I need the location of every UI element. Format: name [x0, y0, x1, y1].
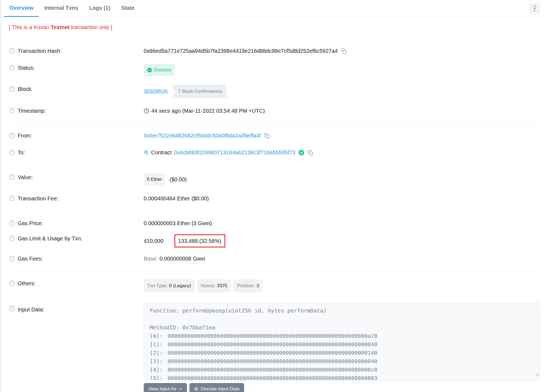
svg-text:?: ? [11, 49, 13, 53]
word-index: [1]: [150, 340, 168, 349]
section-divider [9, 38, 540, 39]
tab-overview[interactable]: Overview [4, 0, 39, 17]
scrollbar[interactable] [537, 303, 537, 379]
timestamp-value: 44 secs ago (Mar-11-2022 03:54:48 PM +UT… [151, 107, 265, 115]
base-fee-label: Base: [144, 255, 158, 263]
row-from: ? From: 0xfee7522e8482682cf50ddc50a0f8da… [9, 127, 540, 144]
row-gas-limit-usage: ? Gas Limit & Usage by Txn: 410,000 | 13… [9, 232, 540, 250]
svg-text:?: ? [11, 134, 13, 137]
tab-state[interactable]: State [116, 0, 140, 17]
row-transaction-fee: ? Transaction Fee: 0.000400464 Ether ($0… [9, 190, 540, 207]
row-label: Value: [18, 173, 33, 181]
section-divider [9, 271, 540, 271]
status-text: Success [154, 66, 171, 74]
warning-text: [ This is a Kovan [9, 24, 51, 30]
svg-text:?: ? [11, 87, 13, 91]
help-icon[interactable]: ? [9, 256, 15, 262]
input-word-line: [3]:000000000000000000000000000000000000… [150, 357, 533, 366]
block-number-link[interactable]: 30328535 [144, 87, 168, 96]
help-icon[interactable]: ? [9, 108, 15, 114]
row-label: Others: [18, 279, 36, 287]
tab-internal-txns[interactable]: Internal Txns [39, 0, 84, 17]
badge-key: Position: [237, 282, 255, 290]
vertical-ellipsis-icon [534, 8, 536, 9]
row-timestamp: ? Timestamp: 44 secs ago (Mar-11-2022 03… [9, 102, 540, 119]
help-icon[interactable]: ? [9, 220, 15, 226]
section-divider [9, 211, 540, 211]
testnet-warning: [ This is a Kovan Testnet transaction on… [9, 24, 540, 30]
input-word-line: [0]:000000000000000000000000000000000000… [150, 332, 533, 340]
svg-text:?: ? [11, 237, 13, 240]
magnifier-plus-icon[interactable] [144, 150, 149, 155]
svg-text:?: ? [11, 109, 13, 113]
tab-logs[interactable]: Logs (1) [84, 0, 116, 17]
row-label: Gas Limit & Usage by Txn: [18, 234, 82, 243]
svg-text:?: ? [11, 257, 13, 261]
from-address-link[interactable]: 0xfee7522e8482682cf50ddc50a0f8da2a39effa… [144, 131, 261, 140]
overview-content: [ This is a Kovan Testnet transaction on… [2, 24, 544, 392]
row-transaction-hash: ? Transaction Hash: 0x86ed5a771e725aa94d… [9, 42, 540, 59]
help-icon[interactable]: ? [9, 174, 15, 180]
input-word-line: [1]:000000000000000000000000000000000000… [150, 340, 533, 349]
row-label: Block: [18, 85, 32, 93]
input-word-line: [5]:000000000000000000000000000000000000… [150, 374, 533, 380]
word-hex: 0000000000000000000000000000000000000000… [168, 374, 377, 380]
help-icon[interactable]: ? [9, 280, 15, 286]
gas-limit-value: 410,000 [144, 237, 163, 245]
row-label: To: [18, 148, 25, 157]
badge-value: 3 [257, 282, 259, 290]
transaction-fee-value: 0.000400464 Ether ($0.00) [144, 194, 209, 203]
row-label: From: [18, 131, 32, 140]
gas-price-value: 0.000000003 Ether (3 Gwei) [144, 219, 212, 227]
block-confirmations-badge: 7 Block Confirmations [171, 85, 227, 98]
badge-key: Nonce: [201, 282, 216, 290]
copy-icon[interactable] [264, 133, 270, 139]
svg-text:?: ? [11, 175, 13, 179]
input-word-line: [4]:000000000000000000000000000000000000… [150, 366, 533, 374]
row-label: Transaction Fee: [18, 194, 58, 203]
more-options-button[interactable] [529, 3, 540, 14]
row-status: ? Status: Success [9, 59, 540, 81]
view-input-as-button[interactable]: View Input As [144, 383, 187, 392]
input-data-textarea[interactable]: Function: performUpkeep(uint256 id, byte… [144, 302, 540, 380]
help-icon[interactable]: ? [9, 48, 15, 54]
tab-bar: Overview Internal Txns Logs (1) State [2, 0, 544, 17]
to-address-link[interactable]: 0x4cb093f226983713164a62138c3f718a5b595f… [174, 148, 296, 157]
help-icon[interactable]: ? [9, 65, 15, 71]
row-others: ? Others: Txn Type: 0 (Legacy) Nonce: 33… [9, 275, 540, 297]
warning-text: transaction only ] [70, 24, 112, 30]
row-gas-price: ? Gas Price: 0.000000003 Ether (3 Gwei) [9, 215, 540, 232]
row-label: Transaction Hash: [18, 47, 62, 55]
tab-list: Overview Internal Txns Logs (1) State [4, 0, 140, 17]
help-icon[interactable]: ? [9, 133, 15, 139]
word-hex: 0000000000000000000000000000000000000000… [168, 366, 377, 374]
help-icon[interactable]: ? [9, 305, 15, 311]
warning-bold-text: Testnet [51, 24, 70, 30]
transaction-detail-card: Overview Internal Txns Logs (1) State [ … [2, 0, 544, 392]
row-label: Gas Fees: [18, 255, 43, 263]
base-fee-value: 0.000000008 Gwei [159, 255, 205, 263]
nonce-badge: Nonce: 3375 [197, 279, 231, 292]
transaction-hash-value: 0x86ed5a771e725aa94d5b7fa2398e4419e216d8… [144, 47, 338, 55]
gas-usage-value: 133,488 (32.56%) [178, 237, 222, 245]
chevron-down-icon [179, 387, 182, 391]
input-methodid-line: MethodID: 0x7bbaf1ea [150, 323, 533, 332]
svg-text:?: ? [11, 281, 13, 285]
help-icon[interactable]: ? [9, 86, 15, 92]
decode-input-data-button[interactable]: ⚙ Decode Input Data [189, 383, 244, 392]
word-hex: 0000000000000000000000000000000000000000… [168, 349, 377, 357]
input-function-line: Function: performUpkeep(uint256 id, byte… [150, 307, 533, 315]
copy-icon[interactable] [341, 48, 347, 54]
resize-handle-icon[interactable] [536, 370, 539, 379]
word-index: [5]: [150, 374, 168, 380]
row-value: ? Value: 0 Ether ($0.00) [9, 169, 540, 190]
help-icon[interactable]: ? [9, 149, 15, 155]
copy-icon[interactable] [308, 150, 313, 155]
help-icon[interactable]: ? [9, 235, 15, 241]
row-input-data: ? Input Data: Function: performUpkeep(ui… [9, 297, 540, 392]
vertical-ellipsis-icon [534, 5, 536, 7]
button-label: View Input As [148, 386, 176, 392]
badge-value: 3375 [217, 282, 228, 290]
vertical-ellipsis-icon [534, 10, 536, 11]
help-icon[interactable]: ? [9, 195, 15, 201]
